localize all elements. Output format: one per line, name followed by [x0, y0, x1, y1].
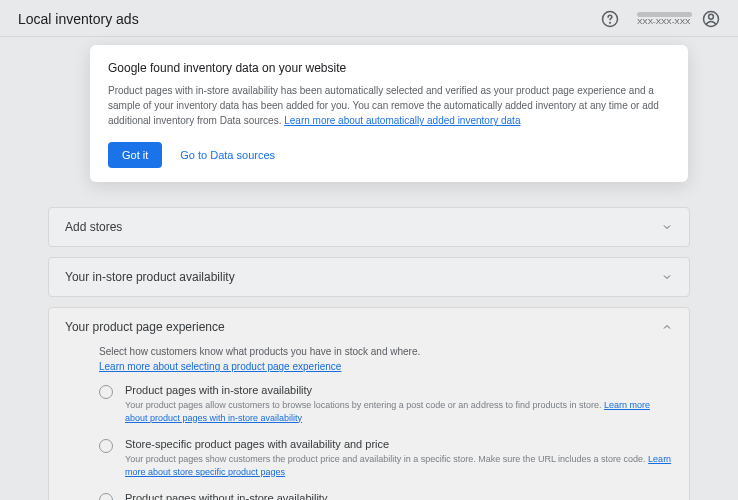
avatar-icon[interactable]	[702, 10, 720, 28]
radio-option-0[interactable]: Product pages with in-store availability…	[99, 384, 673, 424]
app-header: Local inventory ads XXX-XXX-XXX	[0, 0, 738, 37]
panel-experience: Your product page experience Select how …	[48, 307, 690, 500]
callout-learn-more-link[interactable]: Learn more about automatically added inv…	[284, 115, 520, 126]
experience-desc: Select how customers know what products …	[99, 346, 673, 357]
radio-option-1[interactable]: Store-specific product pages with availa…	[99, 438, 673, 478]
panel-header-add-stores[interactable]: Add stores	[49, 208, 689, 246]
radio-label: Product pages without in-store availabil…	[125, 492, 673, 500]
go-to-data-sources-button[interactable]: Go to Data sources	[180, 149, 275, 161]
panel-title: Your product page experience	[65, 320, 225, 334]
panel-availability: Your in-store product availability	[48, 257, 690, 297]
panel-header-experience[interactable]: Your product page experience	[49, 308, 689, 346]
callout-title: Google found inventory data on your webs…	[108, 61, 670, 75]
account-id: XXX-XXX-XXX	[637, 17, 692, 26]
chevron-down-icon	[661, 221, 673, 233]
radio-desc: Your product pages show customers the pr…	[125, 453, 673, 478]
account-switcher[interactable]: XXX-XXX-XXX	[637, 10, 720, 28]
onboarding-callout: Google found inventory data on your webs…	[90, 45, 688, 182]
panel-title: Add stores	[65, 220, 122, 234]
got-it-button[interactable]: Got it	[108, 142, 162, 168]
help-icon[interactable]	[601, 10, 619, 28]
panel-body-experience: Select how customers know what products …	[49, 346, 689, 500]
radio-icon	[99, 493, 113, 500]
radio-label: Store-specific product pages with availa…	[125, 438, 673, 450]
panel-header-availability[interactable]: Your in-store product availability	[49, 258, 689, 296]
chevron-up-icon	[661, 321, 673, 333]
radio-option-2[interactable]: Product pages without in-store availabil…	[99, 492, 673, 500]
panel-title: Your in-store product availability	[65, 270, 235, 284]
experience-learn-more-link[interactable]: Learn more about selecting a product pag…	[99, 361, 341, 372]
radio-icon	[99, 385, 113, 399]
radio-label: Product pages with in-store availability	[125, 384, 673, 396]
panel-add-stores: Add stores	[48, 207, 690, 247]
svg-point-1	[610, 22, 611, 23]
svg-point-3	[709, 14, 714, 19]
radio-icon	[99, 439, 113, 453]
page-title: Local inventory ads	[18, 11, 139, 27]
callout-body: Product pages with in-store availability…	[108, 83, 670, 128]
callout-actions: Got it Go to Data sources	[108, 142, 670, 168]
radio-desc: Your product pages allow customers to br…	[125, 399, 673, 424]
header-right: XXX-XXX-XXX	[601, 10, 720, 28]
chevron-down-icon	[661, 271, 673, 283]
